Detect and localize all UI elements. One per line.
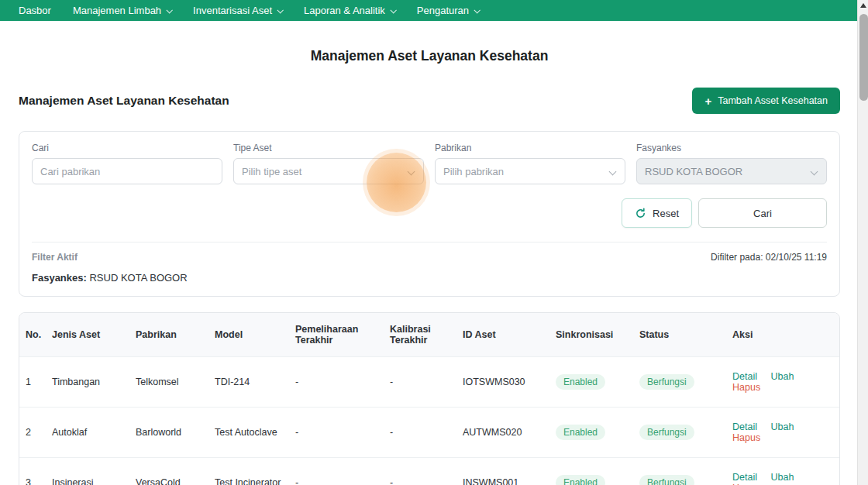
vertical-scrollbar[interactable]	[857, 0, 868, 485]
detail-link[interactable]: Detail	[732, 472, 757, 483]
chevron-down-icon	[811, 167, 818, 175]
add-asset-button[interactable]: + Tambah Asset Kesehatan	[692, 88, 840, 114]
chevron-down-icon	[167, 7, 173, 13]
column-header: Jenis Aset	[46, 313, 129, 357]
chevron-down-icon	[277, 7, 283, 13]
search-label: Cari	[32, 143, 222, 153]
table-row: 1 Timbangan Telkomsel TDI-214 - - IOTSWM…	[19, 357, 840, 408]
nav-item[interactable]: Dasbor	[19, 5, 51, 16]
status-badge: Berfungsi	[639, 425, 694, 440]
cell-status: Berfungsi	[633, 458, 726, 485]
asset-table-card: No.Jenis AsetPabrikanModelPemeliharaan T…	[19, 312, 840, 485]
facility-label: Fasyankes	[636, 143, 827, 153]
search-input[interactable]	[32, 158, 222, 184]
section-title: Manajemen Aset Layanan Kesehatan	[19, 94, 229, 108]
edit-link[interactable]: Ubah	[770, 421, 794, 432]
page-title: Manajemen Aset Layanan Kesehatan	[19, 48, 840, 64]
cell-aksi: Detail Ubah Hapus	[726, 458, 840, 485]
column-header: ID Aset	[456, 313, 549, 357]
manufacturer-select-value: Pilih pabrikan	[443, 166, 504, 177]
sync-status-badge: Enabled	[556, 475, 605, 485]
cell-pemeliharaan-terakhir: -	[289, 458, 384, 485]
column-header: Model	[208, 313, 289, 357]
cell-jenis-aset: Timbangan	[46, 357, 129, 408]
cell-status: Berfungsi	[633, 357, 726, 408]
cell-pemeliharaan-terakhir: -	[289, 408, 384, 458]
add-asset-button-label: Tambah Asset Kesehatan	[718, 95, 828, 106]
active-filter-value: RSUD KOTA BOGOR	[89, 272, 187, 284]
asset-table-header-row: No.Jenis AsetPabrikanModelPemeliharaan T…	[19, 313, 840, 357]
cell-kalibrasi-terakhir: -	[384, 458, 456, 485]
manufacturer-select[interactable]: Pilih pabrikan	[435, 158, 625, 184]
cell-sinkronisasi: Enabled	[549, 357, 633, 408]
cell-model: TDI-214	[208, 357, 289, 408]
sync-status-badge: Enabled	[556, 374, 605, 390]
manufacturer-field-group: Pabrikan Pilih pabrikan	[435, 143, 625, 184]
nav-item[interactable]: Manajemen Limbah	[73, 5, 171, 16]
section-header: Manajemen Aset Layanan Kesehatan + Tamba…	[19, 88, 840, 114]
manufacturer-label: Pabrikan	[435, 143, 625, 153]
delete-link[interactable]: Hapus	[732, 382, 760, 393]
plus-icon: +	[704, 95, 711, 107]
delete-link[interactable]: Hapus	[732, 432, 760, 443]
status-badge: Berfungsi	[639, 374, 694, 390]
cell-jenis-aset: Insinerasi	[46, 458, 129, 485]
filter-actions: Reset Cari	[32, 198, 827, 228]
facility-field-group: Fasyankes RSUD KOTA BOGOR	[636, 143, 827, 184]
reset-button-label: Reset	[653, 208, 679, 219]
cell-pabrikan: VersaCold	[129, 458, 208, 485]
cell-model: Test Incinerator	[208, 458, 289, 485]
edit-link[interactable]: Ubah	[770, 472, 794, 483]
column-header: Kalibrasi Terakhir	[384, 313, 456, 357]
nav-item[interactable]: Laporan & Analitik	[304, 5, 395, 16]
cell-aksi: Detail Ubah Hapus	[726, 408, 840, 458]
asset-table-body: 1 Timbangan Telkomsel TDI-214 - - IOTSWM…	[19, 357, 840, 485]
facility-select-value: RSUD KOTA BOGOR	[645, 166, 742, 177]
chevron-down-icon	[390, 7, 396, 13]
cell-no: 1	[19, 357, 46, 408]
sync-status-badge: Enabled	[556, 425, 605, 440]
facility-select: RSUD KOTA BOGOR	[636, 158, 827, 184]
search-submit-button[interactable]: Cari	[698, 198, 827, 228]
cell-aksi: Detail Ubah Hapus	[726, 357, 840, 408]
cell-model: Test Autoclave	[208, 408, 289, 458]
active-filter-title: Filter Aktif	[32, 252, 78, 263]
scrollbar-thumb[interactable]	[859, 14, 868, 101]
detail-link[interactable]: Detail	[732, 421, 757, 432]
cell-no: 3	[19, 458, 46, 485]
cell-sinkronisasi: Enabled	[549, 408, 633, 458]
cell-kalibrasi-terakhir: -	[384, 357, 456, 408]
chevron-down-icon	[474, 7, 480, 13]
column-header: Pemeliharaan Terakhir	[289, 313, 384, 357]
cell-pabrikan: Barloworld	[129, 408, 208, 458]
scroll-up-arrow-icon[interactable]	[859, 2, 867, 9]
search-field-group: Cari	[32, 143, 222, 184]
asset-type-select[interactable]: Pilih tipe aset	[233, 158, 424, 184]
column-header: Aksi	[726, 313, 840, 357]
top-nav: DasborManajemen LimbahInventarisasi Aset…	[0, 0, 868, 21]
asset-type-select-value: Pilih tipe aset	[242, 166, 301, 177]
cell-no: 2	[19, 408, 46, 458]
cell-id-aset: INSWMS001	[456, 458, 549, 485]
cell-id-aset: IOTSWMS030	[456, 357, 549, 408]
asset-type-label: Tipe Aset	[233, 143, 424, 153]
asset-table: No.Jenis AsetPabrikanModelPemeliharaan T…	[19, 313, 840, 485]
table-row: 3 Insinerasi VersaCold Test Incinerator …	[19, 458, 840, 485]
refresh-icon	[635, 208, 646, 219]
chevron-down-icon	[408, 167, 415, 175]
cell-kalibrasi-terakhir: -	[384, 408, 456, 458]
table-row: 2 Autoklaf Barloworld Test Autoclave - -…	[19, 408, 840, 458]
cell-status: Berfungsi	[633, 408, 726, 458]
cell-id-aset: AUTWMS020	[456, 408, 549, 458]
asset-type-field-group: Tipe Aset Pilih tipe aset	[233, 143, 424, 184]
filter-fields: Cari Tipe Aset Pilih tipe aset Pabrikan …	[32, 143, 827, 184]
reset-button[interactable]: Reset	[622, 198, 692, 228]
detail-link[interactable]: Detail	[732, 371, 757, 382]
nav-item[interactable]: Pengaturan	[417, 5, 479, 16]
chevron-down-icon	[609, 167, 617, 175]
cell-sinkronisasi: Enabled	[549, 458, 633, 485]
edit-link[interactable]: Ubah	[770, 371, 794, 382]
column-header: Sinkronisasi	[549, 313, 633, 357]
main-content: Manajemen Aset Layanan Kesehatan Manajem…	[19, 48, 840, 485]
nav-item[interactable]: Inventarisasi Aset	[193, 5, 282, 16]
